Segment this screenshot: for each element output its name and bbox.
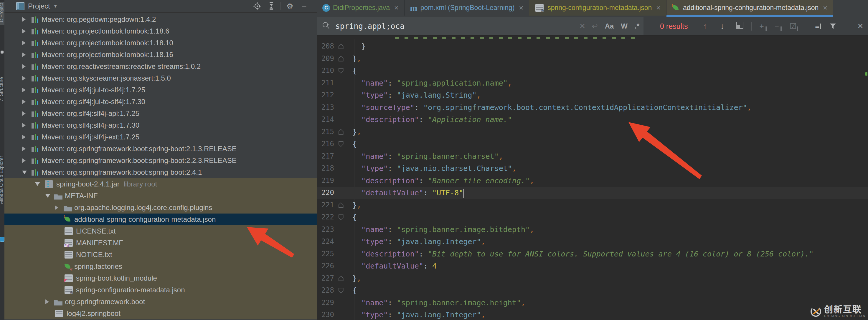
gear-icon[interactable]: ⚙ <box>285 1 295 11</box>
chevron-collapsed-icon[interactable] <box>22 158 31 163</box>
fold-region-end-icon[interactable] <box>339 202 344 208</box>
fold-region-start-icon[interactable] <box>339 141 344 147</box>
tree-item[interactable]: LICENSE.txt <box>4 225 317 237</box>
tree-item[interactable]: Maven: org.reactivestreams:reactive-stre… <box>4 61 317 72</box>
editor-line-220[interactable]: 220 "defaultValue": "UTF-8" <box>317 187 868 199</box>
chevron-down-icon[interactable]: ▼ <box>53 3 58 9</box>
editor-line-229[interactable]: 229 "name": "spring.banner.image.height"… <box>317 297 868 309</box>
tree-item[interactable]: Maven: org.springframework.boot:spring-b… <box>4 167 317 178</box>
tree-item[interactable]: Maven: org.slf4j:slf4j-ext:1.7.25 <box>4 131 317 143</box>
tree-item[interactable]: org.apache.logging.log4j.core.config.plu… <box>4 202 317 214</box>
editor-line-226[interactable]: 226 "defaultValue": 4 <box>317 260 868 272</box>
editor-line-209[interactable]: 209}, <box>317 52 868 65</box>
tree-item[interactable]: Maven: org.springframework.boot:spring-b… <box>4 155 317 167</box>
editor-line-215[interactable]: 215}, <box>317 126 868 138</box>
chevron-collapsed-icon[interactable] <box>22 87 31 92</box>
fold-region-start-icon[interactable] <box>339 288 344 293</box>
editor-line-213[interactable]: 213 "sourceType": "org.springframework.b… <box>317 102 868 114</box>
tree-item[interactable]: Maven: org.slf4j:jul-to-slf4j:1.7.30 <box>4 96 317 108</box>
chevron-collapsed-icon[interactable] <box>22 17 31 22</box>
prev-match-icon[interactable]: ↑ <box>703 22 707 31</box>
tree-item[interactable]: org.springframework.boot <box>4 296 317 308</box>
editor-line-228[interactable]: 228{ <box>317 284 868 297</box>
tree-item[interactable]: spring-boot-2.4.1.jarlibrary root <box>4 178 317 190</box>
editor-line-221[interactable]: 221}, <box>317 199 868 211</box>
tree-item[interactable]: ✲spring.factories <box>4 260 317 272</box>
add-selection-icon[interactable]: + <box>759 22 767 31</box>
filter-lines-icon[interactable]: ≡I <box>815 22 822 31</box>
fold-region-start-icon[interactable] <box>339 68 344 74</box>
tree-item[interactable]: Maven: org.slf4j:slf4j-api:1.7.30 <box>4 119 317 131</box>
minimize-icon[interactable]: − <box>299 1 309 11</box>
editor-line-219[interactable]: 219 "description": "Banner file encoding… <box>317 175 868 187</box>
tree-item[interactable]: MFMANIFEST.MF <box>4 237 317 249</box>
chevron-collapsed-icon[interactable] <box>55 205 64 210</box>
tool-button-project[interactable]: 1: Project <box>0 3 4 23</box>
tree-item[interactable]: log4j2.springboot <box>4 308 317 319</box>
tree-item[interactable]: ↑additional-spring-configuration-metadat… <box>4 214 317 225</box>
fold-region-end-icon[interactable] <box>339 56 344 62</box>
chevron-collapsed-icon[interactable] <box>22 76 31 80</box>
editor-line-218[interactable]: 218 "type": "java.nio.charset.Charset", <box>317 162 868 175</box>
close-tab-icon[interactable]: ✕ <box>822 4 828 12</box>
tree-item[interactable]: Maven: org.skyscreamer:jsonassert:1.5.0 <box>4 72 317 84</box>
fold-region-end-icon[interactable] <box>339 43 344 49</box>
search-field[interactable]: spring.appl;oca ✕ ↩ Aa W .* <box>317 17 644 35</box>
editor-line-211[interactable]: 211 "name": "spring.application.name", <box>317 77 868 90</box>
alibaba-cloud-icon[interactable] <box>0 237 4 242</box>
editor-line-214[interactable]: 214 "description": "Application name." <box>317 113 868 126</box>
next-match-icon[interactable]: ↓ <box>720 22 724 31</box>
clear-search-icon[interactable]: ✕ <box>579 22 585 30</box>
editor-line-208[interactable]: 208 } <box>317 40 868 52</box>
locate-icon[interactable] <box>252 1 262 11</box>
editor-line-222[interactable]: 222{ <box>317 211 868 223</box>
editor-line-223[interactable]: 223 "name": "spring.banner.image.bitdept… <box>317 223 868 236</box>
tree-item[interactable]: NOTICE.txt <box>4 249 317 260</box>
editor-line-224[interactable]: 224 "type": "java.lang.Integer", <box>317 236 868 248</box>
chevron-collapsed-icon[interactable] <box>22 99 31 104</box>
chevron-collapsed-icon[interactable] <box>22 123 31 128</box>
editor-line-210[interactable]: 210{ <box>317 65 868 77</box>
select-all-occurrences-icon[interactable]: ☑ <box>789 22 799 31</box>
editor-line-227[interactable]: 227}, <box>317 272 868 285</box>
tool-button-alibaba-cloud[interactable]: Alibaba Cloud Explorer <box>0 156 4 204</box>
close-tab-icon[interactable]: ✕ <box>655 4 661 12</box>
chevron-expanded-icon[interactable] <box>45 194 54 198</box>
close-find-bar-icon[interactable]: ✕ <box>858 22 863 30</box>
filter-funnel-icon[interactable] <box>830 24 836 29</box>
tree-item[interactable]: META-INF <box>4 190 317 202</box>
chevron-collapsed-icon[interactable] <box>45 299 54 304</box>
collapse-all-icon[interactable] <box>266 1 276 11</box>
words-toggle[interactable]: W <box>621 22 627 30</box>
editor-line-212[interactable]: 212 "type": "java.lang.String", <box>317 89 868 102</box>
match-case-toggle[interactable]: Aa <box>605 22 614 30</box>
editor-line-216[interactable]: 216{ <box>317 138 868 150</box>
tree-item[interactable]: Maven: org.pegdown:pegdown:1.4.2 <box>4 13 317 25</box>
fold-region-end-icon[interactable] <box>339 129 344 135</box>
fold-region-start-icon[interactable] <box>339 214 344 220</box>
chevron-collapsed-icon[interactable] <box>22 111 31 116</box>
editor-tab[interactable]: CDidiProperties.java✕ <box>317 0 405 15</box>
chevron-collapsed-icon[interactable] <box>22 64 31 69</box>
tree-item[interactable]: Maven: org.slf4j:jul-to-slf4j:1.7.25 <box>4 84 317 96</box>
tool-button-structure[interactable]: 7: Structure <box>0 77 4 102</box>
fold-region-end-icon[interactable] <box>339 276 344 281</box>
editor-tab[interactable]: ⚙spring-configuration-metadata.json✕ <box>529 0 666 15</box>
close-tab-icon[interactable]: ✕ <box>518 4 524 12</box>
tree-item[interactable]: Maven: org.slf4j:slf4j-api:1.7.25 <box>4 108 317 119</box>
tree-item[interactable]: Maven: org.projectlombok:lombok:1.18.16 <box>4 49 317 61</box>
chevron-collapsed-icon[interactable] <box>22 29 31 34</box>
editor-tab[interactable]: ↑additional-spring-configuration-metadat… <box>666 0 833 15</box>
chevron-expanded-icon[interactable] <box>22 171 31 174</box>
tree-item[interactable]: spring-boot.kotlin_module <box>4 272 317 284</box>
code-viewport[interactable]: 208 }209},210{211 "name": "spring.applic… <box>317 35 868 320</box>
chevron-collapsed-icon[interactable] <box>22 41 31 45</box>
editor-line-225[interactable]: 225 "description": "Bit depth to use for… <box>317 248 868 260</box>
chevron-expanded-icon[interactable] <box>35 182 44 186</box>
search-query-text[interactable]: spring.appl;oca <box>335 22 405 31</box>
close-tab-icon[interactable]: ✕ <box>393 4 400 12</box>
open-in-find-window-icon[interactable] <box>736 22 744 31</box>
remove-selection-icon[interactable]: − <box>775 22 782 31</box>
newline-icon[interactable]: ↩ <box>592 22 598 30</box>
editor-line-217[interactable]: 217 "name": "spring.banner.charset", <box>317 150 868 163</box>
